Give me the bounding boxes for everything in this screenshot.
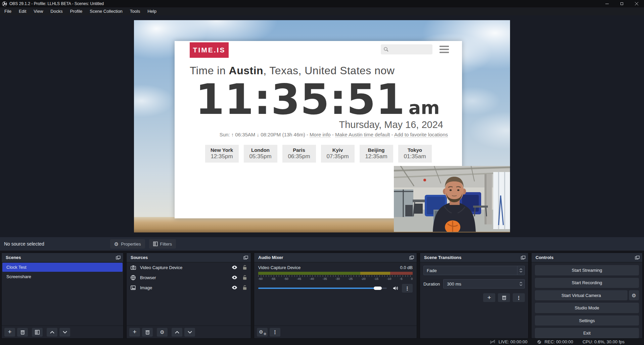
city-box-kyiv[interactable]: Kyiv 07:35pm	[321, 145, 355, 163]
add-transition-button[interactable]: +	[483, 293, 495, 302]
advanced-audio-button[interactable]: ⚙⚙	[257, 328, 268, 337]
scale-tick: -5	[400, 277, 403, 281]
properties-button[interactable]: ⚙ Properties	[110, 239, 145, 249]
menu-view[interactable]: View	[30, 7, 47, 15]
sun-times: Sun: ↑ 06:35AM ↓ 08:20PM (13h 46m) -	[220, 132, 310, 137]
minimize-button[interactable]	[600, 0, 614, 7]
city-box-paris[interactable]: Paris 06:35pm	[282, 145, 316, 163]
mixer-channel-menu-button[interactable]: ⋮	[402, 284, 413, 293]
visibility-eye-icon[interactable]	[232, 265, 237, 269]
separator: -	[331, 132, 335, 137]
city-time: 12:35am	[365, 153, 388, 160]
filters-button[interactable]: Filters	[149, 239, 176, 249]
select-arrows-icon[interactable]	[517, 266, 524, 275]
start-streaming-button[interactable]: Start Streaming	[535, 265, 639, 275]
popout-icon[interactable]	[521, 256, 525, 260]
popout-icon[interactable]	[635, 256, 640, 260]
timeis-sun-line: Sun: ↑ 06:35AM ↓ 08:20PM (13h 46m) - Mor…	[175, 132, 448, 137]
scale-tick: -30	[335, 277, 340, 281]
search-icon	[383, 47, 389, 52]
hamburger-menu-icon[interactable]	[440, 46, 449, 53]
city-name: Beijing	[365, 147, 388, 153]
exit-button[interactable]: Exit	[535, 328, 639, 338]
city-box-new-york[interactable]: New York 12:35pm	[205, 145, 239, 163]
city-box-tokyo[interactable]: Tokyo 01:35am	[398, 145, 432, 163]
menu-scene-collection[interactable]: Scene Collection	[86, 7, 126, 15]
menu-profile[interactable]: Profile	[66, 7, 86, 15]
program-canvas[interactable]: TIME.IS Time in Austin, Texas, United St…	[134, 20, 510, 232]
scale-tick: -45	[297, 277, 301, 281]
spinner-arrows-icon[interactable]	[517, 282, 524, 286]
window-title: OBS 29.1.2 - Profile: LLHLS BETA - Scene…	[9, 1, 104, 6]
menu-edit[interactable]: Edit	[15, 7, 30, 15]
scene-filters-button[interactable]	[32, 328, 43, 337]
heading-prefix: Time in	[190, 64, 229, 77]
scene-item-screenshare[interactable]: Screenshare	[2, 272, 123, 281]
city-time: 12:35pm	[211, 153, 233, 160]
city-name: London	[249, 147, 272, 153]
close-button[interactable]	[629, 0, 644, 7]
lock-open-icon[interactable]	[243, 275, 247, 280]
settings-button[interactable]: Settings	[535, 315, 639, 326]
city-time: 07:35pm	[326, 153, 349, 160]
source-item-browser[interactable]: Browser	[127, 272, 251, 283]
add-source-button[interactable]: +	[129, 328, 140, 337]
scene-item-clock-test[interactable]: Clock Test	[2, 263, 123, 272]
menu-docks[interactable]: Docks	[47, 7, 66, 15]
source-properties-button[interactable]: ⚙	[157, 328, 168, 337]
source-item-image[interactable]: Image	[127, 283, 251, 293]
popout-icon[interactable]	[243, 256, 248, 260]
kebab-menu-icon: ⋮	[405, 286, 410, 291]
menu-file[interactable]: File	[1, 7, 15, 15]
webcam-video-source	[394, 166, 510, 232]
scale-tick: -50	[284, 277, 288, 281]
maximize-button[interactable]	[614, 0, 629, 7]
remove-transition-button[interactable]	[498, 293, 510, 302]
popout-icon[interactable]	[409, 256, 414, 260]
search-input[interactable]	[381, 44, 432, 54]
move-source-up-button[interactable]	[172, 328, 182, 337]
start-recording-button[interactable]: Start Recording	[535, 278, 639, 288]
sources-panel: Sources Video Capture Device	[126, 253, 251, 339]
clock-digits: 11:35:51	[195, 78, 405, 121]
add-favorite-link[interactable]: Add to favorite locations	[394, 132, 448, 138]
heading-suffix: , Texas, United States now	[263, 64, 395, 77]
preview-area[interactable]: TIME.IS Time in Austin, Texas, United St…	[0, 15, 644, 237]
lock-open-icon[interactable]	[243, 285, 247, 290]
menu-help[interactable]: Help	[144, 7, 160, 15]
trash-icon	[20, 330, 25, 335]
lock-open-icon[interactable]	[243, 265, 247, 270]
start-virtual-camera-button[interactable]: Start Virtual Camera	[535, 290, 628, 300]
volume-slider-handle[interactable]	[374, 287, 382, 290]
more-info-link[interactable]: More info	[310, 132, 331, 138]
mixer-menu-button[interactable]: ⋮	[270, 328, 280, 337]
transition-select[interactable]: Fade	[423, 266, 525, 275]
remove-source-button[interactable]	[142, 328, 153, 337]
city-box-beijing[interactable]: Beijing 12:35am	[360, 145, 393, 163]
popout-icon[interactable]	[116, 256, 121, 260]
city-time: 01:35am	[404, 153, 426, 160]
scale-tick: -10	[387, 277, 391, 281]
obs-logo-icon	[2, 1, 7, 6]
source-toolbar: No source selected ⚙ Properties Filters	[0, 237, 644, 251]
visibility-eye-icon[interactable]	[232, 286, 237, 290]
speaker-icon[interactable]	[393, 286, 399, 291]
volume-slider[interactable]	[258, 288, 387, 289]
move-source-down-button[interactable]	[184, 328, 195, 337]
transition-menu-button[interactable]: ⋮	[513, 293, 525, 302]
move-scene-down-button[interactable]	[59, 328, 70, 337]
remove-scene-button[interactable]	[17, 328, 28, 337]
controls-title: Controls	[536, 255, 553, 260]
duration-spinbox[interactable]: 300 ms	[443, 279, 525, 289]
menu-tools[interactable]: Tools	[126, 7, 144, 15]
source-item-video-capture[interactable]: Video Capture Device	[127, 262, 251, 272]
status-bar: LIVE: 00:00:00 REC: 00:00:00 CPU: 0.6%, …	[0, 339, 644, 345]
virtual-camera-config-button[interactable]: ⚙	[629, 290, 639, 300]
make-default-link[interactable]: Make Austin time default	[335, 132, 390, 138]
studio-mode-button[interactable]: Studio Mode	[535, 303, 639, 313]
add-scene-button[interactable]: +	[4, 328, 15, 337]
kebab-menu-icon: ⋮	[273, 330, 278, 335]
move-scene-up-button[interactable]	[47, 328, 57, 337]
visibility-eye-icon[interactable]	[232, 275, 237, 279]
city-box-london[interactable]: London 05:35pm	[244, 145, 277, 163]
